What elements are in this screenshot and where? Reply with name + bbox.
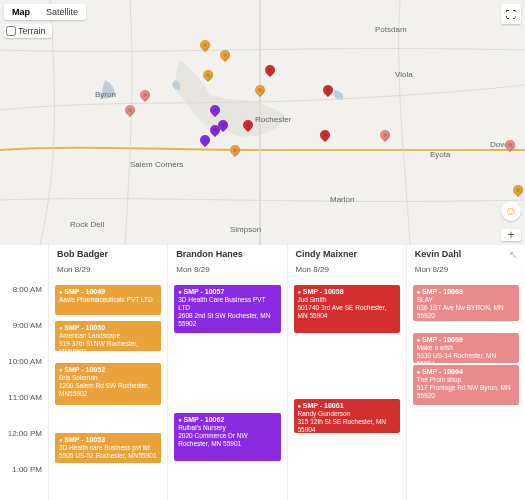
- map-city-label: Potsdam: [375, 25, 407, 34]
- map-city-label: Rock Dell: [70, 220, 104, 229]
- zoom-in-button[interactable]: +: [501, 229, 521, 241]
- map-city-label: Eyota: [430, 150, 450, 159]
- appointment-card[interactable]: ● SMP - 10062Ruibal's Nursery2020 Commer…: [174, 413, 280, 461]
- appointment-address: 5505 US-52 Rochester, MN55901: [59, 452, 157, 460]
- appointment-address: 1200 Salem Rd SW Rochester, MN55902: [59, 382, 157, 398]
- schedule-column: Cindy MaixnerMon 8/29● SMP - 10058Jud Sm…: [287, 245, 406, 500]
- appointment-card[interactable]: ● SMP - 10064The Prom shop517 Frontage R…: [413, 365, 519, 405]
- map-city-label: Simpson: [230, 225, 261, 234]
- zoom-control: +: [501, 229, 521, 241]
- appointment-title: The Prom shop: [417, 376, 515, 384]
- pegman-button[interactable]: ☺: [501, 201, 521, 221]
- appointment-code: SMP - 10059: [422, 336, 463, 343]
- time-axis: 8:00 AM9:00 AM10:00 AM11:00 AM12:00 PM1:…: [0, 245, 48, 500]
- appointment-title: Bris Soleman: [59, 374, 157, 382]
- appointment-address: 636 1ST Ave Nw BYRON, MN 55920: [417, 304, 515, 320]
- appointment-address: 5330 US-14 Rochester, MN 55904: [417, 352, 515, 363]
- column-header: Bob BadgerMon 8/29: [53, 245, 163, 285]
- column-body[interactable]: ● SMP - 10063SLAY636 1ST Ave Nw BYRON, M…: [411, 285, 521, 500]
- appointment-title: 3D Health Care Business PVT LTD: [178, 296, 276, 312]
- appointment-code: SMP - 10061: [303, 402, 344, 409]
- terrain-toggle[interactable]: Terrain: [4, 24, 52, 38]
- appointment-card[interactable]: ● SMP - 10063SLAY636 1ST Ave Nw BYRON, M…: [413, 285, 519, 321]
- appointment-code: SMP - 10058: [303, 288, 344, 295]
- appointment-code: SMP - 10062: [184, 416, 225, 423]
- schedule-columns: Bob BadgerMon 8/29● SMP - 10049Aavis Pha…: [48, 245, 525, 500]
- column-person-name: Bob Badger: [57, 249, 161, 259]
- column-body[interactable]: ● SMP - 10049Aavis Pharmaceuticals PVT L…: [53, 285, 163, 500]
- column-person-name: Brandon Hanes: [176, 249, 280, 259]
- map-city-label: Rochester: [255, 115, 291, 124]
- appointment-code: SMP - 10049: [64, 288, 105, 295]
- time-slot-label: 11:00 AM: [0, 393, 48, 429]
- appointment-card[interactable]: ● SMP - 10061Randy Gunderson315 12th St …: [294, 399, 400, 433]
- appointment-title: SLAY: [417, 296, 515, 304]
- appointment-card[interactable]: ● SMP - 10058Jud Smith501740 3rd Ave SE …: [294, 285, 400, 333]
- cursor-icon: ↖: [509, 249, 517, 260]
- appointment-code: SMP - 10053: [64, 436, 105, 443]
- map-type-satellite-button[interactable]: Satellite: [38, 4, 86, 20]
- fullscreen-icon: ⛶: [506, 9, 516, 20]
- map-type-map-button[interactable]: Map: [4, 4, 38, 20]
- column-body[interactable]: ● SMP - 100573D Health Care Business PVT…: [172, 285, 282, 500]
- appointment-title: Jud Smith: [298, 296, 396, 304]
- map-city-label: Marion: [330, 195, 354, 204]
- map-city-label: Salem Corners: [130, 160, 183, 169]
- pegman-icon: ☺: [505, 204, 517, 218]
- appointment-card[interactable]: ● SMP - 10050American Landscape919 37th …: [55, 321, 161, 351]
- column-date: Mon 8/29: [415, 265, 519, 274]
- appointment-card[interactable]: ● SMP - 10059Make a wish5330 US-14 Roche…: [413, 333, 519, 363]
- time-slot-label: 1:00 PM: [0, 465, 48, 500]
- appointment-code: SMP - 10057: [184, 288, 225, 295]
- terrain-label: Terrain: [18, 26, 46, 36]
- appointment-address: 501740 3rd Ave SE Rochester, MN 55904: [298, 304, 396, 320]
- schedule-column: Kevin DahlMon 8/29↖● SMP - 10063SLAY636 …: [406, 245, 525, 500]
- column-person-name: Kevin Dahl: [415, 249, 519, 259]
- schedule-column: Brandon HanesMon 8/29● SMP - 100573D Hea…: [167, 245, 286, 500]
- map-city-label: Viola: [395, 70, 413, 79]
- column-date: Mon 8/29: [176, 265, 280, 274]
- column-header: Cindy MaixnerMon 8/29: [292, 245, 402, 285]
- appointment-title: 3D Health care Business pvt ltd: [59, 444, 157, 452]
- appointment-code: SMP - 10064: [422, 368, 463, 375]
- appointment-title: Ruibal's Nursery: [178, 424, 276, 432]
- time-slot-label: 12:00 PM: [0, 429, 48, 465]
- column-person-name: Cindy Maixner: [296, 249, 400, 259]
- schedule-column: Bob BadgerMon 8/29● SMP - 10049Aavis Pha…: [48, 245, 167, 500]
- appointment-title: Make a wish: [417, 344, 515, 352]
- schedule-container: 8:00 AM9:00 AM10:00 AM11:00 AM12:00 PM1:…: [0, 245, 525, 500]
- terrain-checkbox[interactable]: [6, 26, 16, 36]
- appointment-address: 919 37th St NW Rochester, MN55901: [59, 340, 157, 351]
- appointment-address: 315 12th St SE Rochester, MN 55904: [298, 418, 396, 433]
- column-date: Mon 8/29: [296, 265, 400, 274]
- appointment-address: 2608 2nd St SW Rochester, MN 55902: [178, 312, 276, 328]
- column-header: Brandon HanesMon 8/29: [172, 245, 282, 285]
- appointment-address: 517 Frontage Rd NW Byron, MN 55920: [417, 384, 515, 400]
- appointment-card[interactable]: ● SMP - 10052Bris Soleman1200 Salem Rd S…: [55, 363, 161, 405]
- appointment-card[interactable]: ● SMP - 100573D Health Care Business PVT…: [174, 285, 280, 333]
- map-type-control: Map Satellite: [4, 4, 86, 20]
- column-date: Mon 8/29: [57, 265, 161, 274]
- column-header: Kevin DahlMon 8/29↖: [411, 245, 521, 285]
- appointment-card[interactable]: ● SMP - 100533D Health care Business pvt…: [55, 433, 161, 463]
- map-city-label: Byron: [95, 90, 116, 99]
- appointment-card[interactable]: ● SMP - 10049Aavis Pharmaceuticals PVT L…: [55, 285, 161, 315]
- time-slot-label: 8:00 AM: [0, 285, 48, 321]
- column-body[interactable]: ● SMP - 10058Jud Smith501740 3rd Ave SE …: [292, 285, 402, 500]
- appointment-code: SMP - 10063: [422, 288, 463, 295]
- appointment-code: SMP - 10050: [64, 324, 105, 331]
- appointment-title: American Landscape: [59, 332, 157, 340]
- appointment-title: Randy Gunderson: [298, 410, 396, 418]
- time-slot-label: 9:00 AM: [0, 321, 48, 357]
- time-slot-label: 10:00 AM: [0, 357, 48, 393]
- appointment-address: 2020 Commerce Dr NW Rochester, MN 55901: [178, 432, 276, 448]
- appointment-title: Aavis Pharmaceuticals PVT LTD: [59, 296, 157, 304]
- fullscreen-button[interactable]: ⛶: [501, 4, 521, 24]
- appointment-code: SMP - 10052: [64, 366, 105, 373]
- map-container: RochesterByronMarionEyotaViolaSalem Corn…: [0, 0, 525, 245]
